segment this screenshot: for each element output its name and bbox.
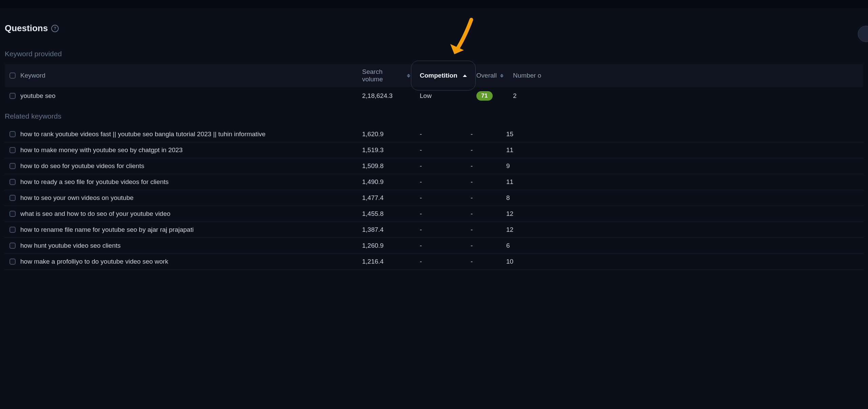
overall-score-badge: 71 [476,91,493,101]
keyword-text: how to seo your own videos on youtube [20,194,134,202]
section-label-related: Related keywords [5,112,863,120]
sort-icon [500,74,504,78]
row-checkbox[interactable] [9,147,16,153]
search-volume-cell: 1,455.8 [357,206,415,222]
competition-cell: - [415,142,466,158]
related-keyword-table: how to rank youtube videos fast || youtu… [5,126,863,270]
row-checkbox[interactable] [9,211,16,217]
row-checkbox[interactable] [9,131,16,137]
overall-cell: - [466,158,501,174]
table-row[interactable]: how to seo your own videos on youtube1,4… [5,190,863,206]
search-volume-cell: 1,477.4 [357,190,415,206]
select-all-checkbox[interactable] [9,73,16,79]
row-checkbox[interactable] [9,163,16,169]
number-cell: 12 [501,206,863,222]
column-label: Search volume [362,68,403,83]
table-row[interactable]: youtube seo2,18,624.3Low712 [5,87,863,105]
overall-cell: - [466,206,501,222]
keyword-cell: how hunt youtube video seo clients [5,238,357,254]
competition-cell: - [415,126,466,142]
table-row[interactable]: how to make money with youtube seo by ch… [5,142,863,158]
table-row[interactable]: how make a profolliyo to do youtube vide… [5,254,863,270]
competition-cell: - [415,206,466,222]
table-header-row: Keyword Search volume Competition [5,64,863,87]
table-row[interactable]: what is seo and how to do seo of your yo… [5,206,863,222]
sort-icon [407,74,410,78]
keyword-text: how to rename file name for youtube seo … [20,226,194,233]
search-volume-cell: 1,509.8 [357,158,415,174]
table-row[interactable]: how to do seo for youtube videos for cli… [5,158,863,174]
overall-cell: 71 [472,87,508,105]
table-row[interactable]: how to rank youtube videos fast || youtu… [5,126,863,142]
table-row[interactable]: how to rename file name for youtube seo … [5,222,863,238]
column-header-overall[interactable]: Overall [472,64,508,87]
number-cell: 2 [508,87,863,105]
number-cell: 9 [501,158,863,174]
search-volume-cell: 1,519.3 [357,142,415,158]
keyword-cell: how to rank youtube videos fast || youtu… [5,126,357,142]
keyword-cell: how to make money with youtube seo by ch… [5,142,357,158]
keyword-text: how to make money with youtube seo by ch… [20,146,182,154]
column-header-number-of[interactable]: Number o [508,64,863,87]
keyword-cell: what is seo and how to do seo of your yo… [5,206,357,222]
column-header-keyword[interactable]: Keyword [5,64,357,87]
keyword-text: youtube seo [20,92,56,100]
column-label: Number o [513,72,541,79]
column-label: Keyword [20,72,45,79]
overall-cell: - [466,238,501,254]
row-checkbox[interactable] [9,227,16,233]
overall-cell: - [466,126,501,142]
column-header-competition[interactable]: Competition [415,64,472,87]
number-cell: 11 [501,142,863,158]
competition-cell: - [415,222,466,238]
row-checkbox[interactable] [9,259,16,265]
competition-cell: - [415,158,466,174]
competition-cell: - [415,254,466,270]
competition-cell: - [415,238,466,254]
row-checkbox[interactable] [9,179,16,185]
row-checkbox[interactable] [9,93,16,99]
number-cell: 11 [501,174,863,190]
window-top-bar [0,0,868,8]
keyword-cell: how to seo your own videos on youtube [5,190,357,206]
section-label-provided: Keyword provided [5,50,863,58]
overall-cell: - [466,254,501,270]
search-volume-cell: 1,387.4 [357,222,415,238]
keyword-cell: how make a profolliyo to do youtube vide… [5,254,357,270]
competition-cell: - [415,174,466,190]
keyword-cell: how to ready a seo file for youtube vide… [5,174,357,190]
overall-cell: - [466,222,501,238]
table-row[interactable]: how hunt youtube video seo clients1,260.… [5,238,863,254]
overall-cell: - [466,142,501,158]
column-label: Overall [476,72,497,79]
keyword-text: how to do seo for youtube videos for cli… [20,162,144,170]
number-cell: 6 [501,238,863,254]
keyword-text: how to rank youtube videos fast || youtu… [20,130,265,138]
overall-cell: - [466,174,501,190]
competition-cell: Low [415,87,472,105]
search-volume-cell: 1,260.9 [357,238,415,254]
search-volume-cell: 1,216.4 [357,254,415,270]
keyword-table: Keyword Search volume Competition [5,64,863,105]
overall-cell: - [466,190,501,206]
number-cell: 10 [501,254,863,270]
page-title: Questions [5,23,48,34]
column-header-search-volume[interactable]: Search volume [357,64,415,87]
number-cell: 8 [501,190,863,206]
keyword-text: what is seo and how to do seo of your yo… [20,210,171,218]
keyword-cell: how to do seo for youtube videos for cli… [5,158,357,174]
search-volume-cell: 2,18,624.3 [357,87,415,105]
column-label: Competition [420,72,457,79]
keyword-cell: youtube seo [5,87,357,105]
help-icon[interactable]: ? [51,25,59,32]
keyword-text: how to ready a seo file for youtube vide… [20,178,169,186]
number-cell: 15 [501,126,863,142]
row-checkbox[interactable] [9,195,16,201]
table-row[interactable]: how to ready a seo file for youtube vide… [5,174,863,190]
number-cell: 12 [501,222,863,238]
keyword-cell: how to rename file name for youtube seo … [5,222,357,238]
keyword-text: how make a profolliyo to do youtube vide… [20,258,168,265]
keyword-text: how hunt youtube video seo clients [20,242,121,249]
search-volume-cell: 1,620.9 [357,126,415,142]
row-checkbox[interactable] [9,243,16,249]
